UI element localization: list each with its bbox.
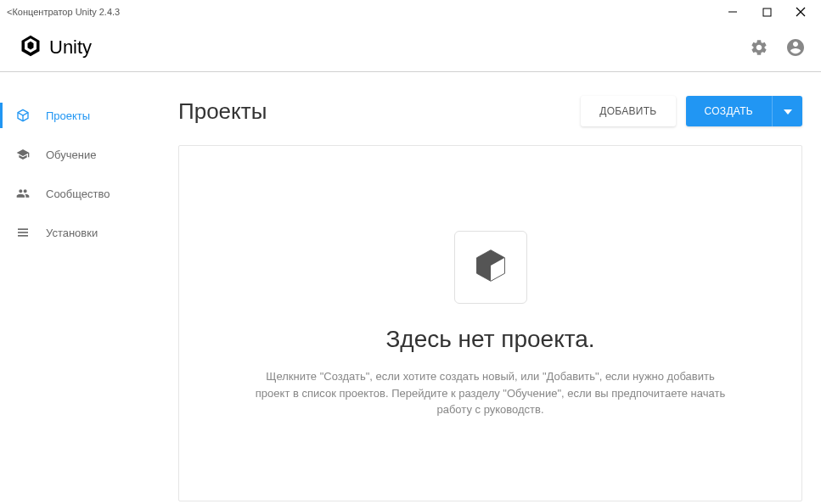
window-controls [726, 5, 814, 19]
sidebar-item-learn[interactable]: Обучение [0, 135, 170, 174]
minimize-button[interactable] [726, 5, 739, 19]
close-button[interactable] [794, 5, 807, 19]
app-body: Проекты Обучение Сообщество [0, 72, 821, 504]
graduation-icon [15, 147, 31, 162]
sidebar-item-label: Проекты [46, 109, 90, 122]
chevron-down-icon [784, 105, 792, 117]
sidebar: Проекты Обучение Сообщество [0, 72, 170, 504]
cube-large-icon [472, 247, 509, 288]
main-content: Проекты ДОБАВИТЬ СОЗДАТЬ [170, 72, 821, 504]
brand: Unity [19, 34, 92, 61]
sidebar-item-projects[interactable]: Проекты [0, 96, 170, 135]
sidebar-item-label: Сообщество [46, 188, 110, 200]
main-header: Проекты ДОБАВИТЬ СОЗДАТЬ [178, 96, 802, 126]
create-button-group: СОЗДАТЬ [686, 96, 802, 126]
unity-logo-icon [19, 34, 42, 61]
empty-state-text: Щелкните "Создать", если хотите создать … [253, 368, 728, 418]
empty-state-title: Здесь нет проекта. [385, 326, 594, 353]
menu-icon [15, 225, 31, 240]
settings-button[interactable] [750, 38, 768, 57]
brand-name: Unity [49, 36, 92, 59]
sidebar-item-community[interactable]: Сообщество [0, 174, 170, 213]
header-actions [750, 37, 806, 58]
projects-panel: Здесь нет проекта. Щелкните "Создать", е… [178, 145, 802, 501]
svg-rect-1 [763, 8, 771, 16]
sidebar-item-label: Установки [46, 227, 98, 239]
sidebar-item-label: Обучение [46, 148, 96, 161]
page-title: Проекты [178, 98, 267, 125]
create-dropdown-button[interactable] [772, 96, 802, 126]
empty-state-icon-box [454, 231, 527, 304]
maximize-button[interactable] [760, 5, 773, 19]
svg-rect-6 [18, 235, 28, 237]
cube-icon [15, 108, 31, 123]
svg-rect-5 [18, 232, 28, 233]
create-button[interactable]: СОЗДАТЬ [686, 96, 772, 126]
app-header: Unity [0, 24, 821, 72]
main-actions: ДОБАВИТЬ СОЗДАТЬ [581, 96, 802, 126]
people-icon [15, 186, 31, 201]
sidebar-item-installs[interactable]: Установки [0, 213, 170, 252]
account-button[interactable] [785, 37, 806, 58]
titlebar: <Концентратор Unity 2.4.3 [0, 0, 821, 24]
add-button[interactable]: ДОБАВИТЬ [581, 96, 675, 126]
svg-rect-4 [18, 228, 28, 230]
window-title: <Концентратор Unity 2.4.3 [7, 7, 120, 17]
